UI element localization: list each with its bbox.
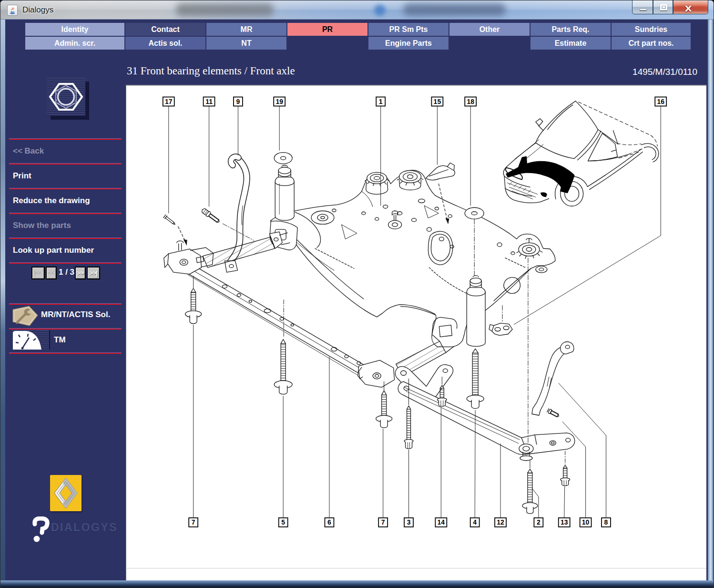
renault-logo <box>50 475 82 511</box>
callout-number-19: 19 <box>275 98 283 105</box>
sidebar-item-reduce-the-drawing[interactable]: Reduce the drawing <box>13 196 90 206</box>
sidebar-item-print[interactable]: Print <box>13 171 31 181</box>
background-blur-dot <box>374 5 386 16</box>
tm-label[interactable]: TM <box>54 335 66 345</box>
separator <box>9 353 122 354</box>
next-page-button[interactable]: >> <box>75 267 86 279</box>
bump-stop-left <box>274 153 294 221</box>
screw-7b <box>376 391 392 428</box>
dialogys-brand-text: DIALOGYS <box>51 521 118 534</box>
mr-nt-actis-label[interactable]: MR/NT/ACTIS Sol. <box>41 310 110 320</box>
background-blur-blob2 <box>403 4 506 16</box>
clip-16 <box>489 306 512 336</box>
background-blur-blob <box>176 3 274 16</box>
separator <box>9 164 122 165</box>
callout-number-12: 12 <box>497 518 504 526</box>
tab-actis-sol-[interactable]: Actis sol. <box>125 37 205 50</box>
screw-5 <box>274 339 292 394</box>
callout-number-9: 9 <box>236 98 240 105</box>
question-mark-icon <box>30 516 52 545</box>
separator <box>9 213 122 214</box>
close-icon: x <box>684 2 692 14</box>
title-bar[interactable]: Dialogys x <box>0 0 714 20</box>
maximize-icon <box>660 4 667 10</box>
maximize-button[interactable] <box>653 0 673 14</box>
close-button[interactable]: x <box>673 0 708 14</box>
callout-leader-13 <box>564 486 565 518</box>
screw-10 <box>547 408 560 418</box>
separator <box>9 304 122 305</box>
callout-number-2: 2 <box>537 518 541 526</box>
screw-7a <box>185 289 202 324</box>
tab-identity[interactable]: Identity <box>25 23 124 36</box>
bolt-13 <box>561 465 570 486</box>
tab-crt-part-nos-[interactable]: Crt part nos. <box>612 37 691 50</box>
callout-number-5: 5 <box>281 518 285 526</box>
previous-page-button[interactable]: << <box>46 267 57 279</box>
canvas-bottom-rule <box>126 568 706 568</box>
nut-icon <box>47 78 85 116</box>
callout-number-6: 6 <box>327 518 331 526</box>
dialogys-brand: DIALOGYS <box>30 516 125 543</box>
app-client-area: IdentityContactMRPRPR Sm PtsOtherParts R… <box>5 20 708 580</box>
window-title: Dialogys <box>22 5 53 15</box>
minimize-button[interactable] <box>632 0 653 14</box>
bolt-11 <box>201 207 221 224</box>
callout-number-3: 3 <box>407 518 411 526</box>
minimize-icon <box>640 9 647 10</box>
s-bracket-8 <box>532 342 574 418</box>
callout-number-16: 16 <box>657 98 664 105</box>
callout-number-17: 17 <box>165 98 173 105</box>
tab-nt[interactable]: NT <box>206 37 286 50</box>
bolt-3 <box>404 406 413 449</box>
callout-number-15: 15 <box>434 98 441 105</box>
separator <box>9 263 122 264</box>
tie-bar <box>398 382 575 461</box>
exploded-parts-diagram: 171191911518167567314412213108 <box>126 86 706 580</box>
diagram-artwork <box>163 101 659 514</box>
tab-parts-req-[interactable]: Parts Req. <box>530 23 611 36</box>
callout-number-14: 14 <box>438 518 445 526</box>
callout-number-1: 1 <box>379 98 383 105</box>
tab-contact[interactable]: Contact <box>125 23 205 36</box>
separator <box>9 238 122 239</box>
callout-number-11: 11 <box>205 98 213 105</box>
callout-number-13: 13 <box>561 518 568 526</box>
tab-pr[interactable]: PR <box>287 23 367 36</box>
separator <box>9 139 122 140</box>
extension-left <box>203 232 290 268</box>
callout-leader-8 <box>559 383 606 517</box>
tab-other[interactable]: Other <box>449 23 530 36</box>
last-page-button[interactable]: >>| <box>87 267 100 279</box>
subframe-cradle <box>270 170 555 347</box>
tab-pr-sm-pts[interactable]: PR Sm Pts <box>368 23 449 36</box>
callout-number-18: 18 <box>467 98 474 105</box>
car-illustration <box>503 101 658 206</box>
drawing-canvas[interactable]: 171191911518167567314412213108 <box>126 85 706 580</box>
window-controls: x <box>632 0 708 15</box>
tab-engine-parts[interactable]: Engine Parts <box>368 37 449 50</box>
callout-number-10: 10 <box>582 518 590 526</box>
tab-mr[interactable]: MR <box>206 23 286 36</box>
first-page-button[interactable]: |<< <box>31 267 45 279</box>
mr-nt-actis-icon[interactable] <box>12 306 39 328</box>
pin-17 <box>163 215 187 246</box>
separator <box>9 188 122 189</box>
callout-number-8: 8 <box>604 518 608 526</box>
screw-4 <box>467 349 484 408</box>
tm-gauge-icon[interactable] <box>12 330 50 350</box>
page-indicator: 1 / 3 <box>59 268 74 277</box>
screw-2 <box>522 469 538 514</box>
callout-number-4: 4 <box>473 518 477 526</box>
page-title: 31 Front bearing elements / Front axle <box>127 65 295 77</box>
tab-estimate[interactable]: Estimate <box>530 37 611 50</box>
sidebar-item-look-up-part-number[interactable]: Look up part number <box>13 246 94 255</box>
callout-leader-16 <box>514 106 661 325</box>
callout-number-7: 7 <box>381 518 385 526</box>
sidebar-item-back: << Back <box>13 146 44 156</box>
separator <box>9 329 122 330</box>
tab-sundries[interactable]: Sundries <box>612 23 691 36</box>
tab-admin-scr-[interactable]: Admin. scr. <box>25 37 124 50</box>
callout-number-7: 7 <box>192 518 195 526</box>
sidebar-item-show-the-parts: Show the parts <box>13 221 71 230</box>
